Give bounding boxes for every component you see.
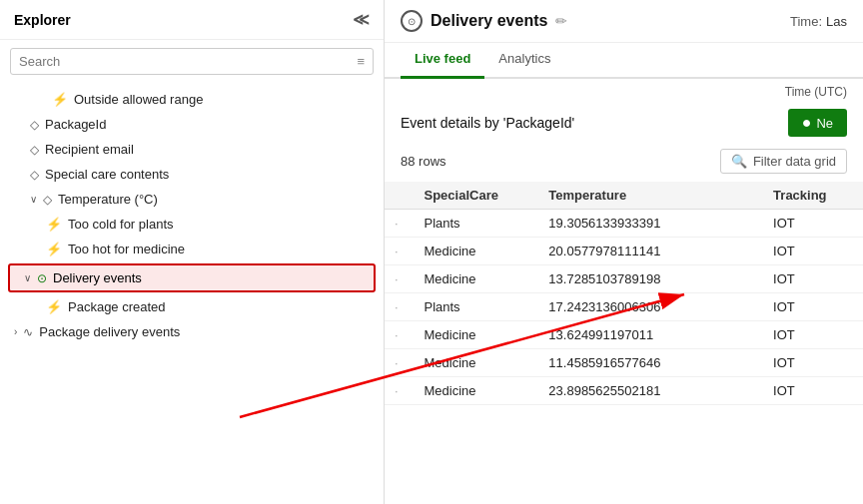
- cell-dot: ·: [385, 321, 414, 349]
- tree-item-delivery-events[interactable]: ∨ ⊙ Delivery events: [8, 263, 376, 292]
- tree-item-package-delivery[interactable]: › ∿ Package delivery events: [0, 319, 384, 344]
- bolt-icon: ⚡: [52, 92, 68, 107]
- table-row: · Plants 19.3056133933391 IOT: [385, 210, 863, 238]
- edit-icon[interactable]: ✏: [555, 13, 567, 29]
- cell-dot: ·: [385, 349, 414, 377]
- event-details-bar: Event details by 'PackageId' ● Ne: [385, 101, 863, 145]
- tree-item-label: Special care contents: [45, 167, 169, 182]
- col-header-temperature[interactable]: Temperature: [538, 182, 763, 210]
- rows-bar: 88 rows 🔍 Filter data grid: [385, 145, 863, 182]
- tree-item-label: Temperature (°C): [58, 192, 158, 207]
- tree-item-label: Delivery events: [53, 270, 142, 285]
- bolt-icon: ⚡: [46, 299, 62, 314]
- tree-item-recipient-email[interactable]: ◇ Recipient email: [0, 137, 384, 162]
- cell-temperature: 13.624991197011: [538, 321, 763, 349]
- search-bar: ≡: [10, 48, 374, 75]
- table-row: · Medicine 13.624991197011 IOT: [385, 321, 863, 349]
- tree-item-packageid[interactable]: ◇ PackageId: [0, 112, 384, 137]
- cell-tracking: IOT: [763, 210, 863, 238]
- cell-dot: ·: [385, 238, 414, 265]
- tree-item-label: Package delivery events: [39, 324, 180, 339]
- table-row: · Plants 17.2423136006306 IOT: [385, 293, 863, 321]
- cell-temperature: 13.7285103789198: [538, 265, 763, 293]
- cell-tracking: IOT: [763, 265, 863, 293]
- bolt-icon: ⚡: [46, 242, 62, 256]
- cell-dot: ·: [385, 210, 414, 238]
- tree-item-label: PackageId: [45, 117, 106, 132]
- search-icon: 🔍: [731, 154, 747, 169]
- time-section: Time: Las: [790, 14, 847, 29]
- page-title: Delivery events: [431, 12, 547, 30]
- collapse-icon[interactable]: ≪: [353, 10, 370, 29]
- bolt-icon: ⚡: [46, 217, 62, 232]
- content-area: Time (UTC) Event details by 'PackageId' …: [385, 79, 863, 504]
- tree-item-label: Outside allowed range: [74, 92, 203, 107]
- new-button[interactable]: ● Ne: [788, 109, 847, 137]
- tree-item-label: Too hot for medicine: [68, 242, 185, 256]
- time-utc-label: Time (UTC): [385, 79, 863, 101]
- tree-area: ⚡ Outside allowed range ◇ PackageId ◇ Re…: [0, 83, 384, 504]
- cell-specialcare: Medicine: [414, 265, 538, 293]
- search-input[interactable]: [19, 54, 357, 69]
- tag-icon: ◇: [30, 118, 39, 132]
- plus-icon: ●: [802, 114, 812, 132]
- explorer-header: Explorer ≪: [0, 0, 384, 40]
- cell-temperature: 23.8985625502181: [538, 377, 763, 405]
- tree-item-package-created[interactable]: ⚡ Package created: [0, 294, 384, 319]
- cell-tracking: IOT: [763, 349, 863, 377]
- rows-count: 88 rows: [401, 154, 446, 169]
- tree-item-temperature-group[interactable]: ∨ ◇ Temperature (°C): [0, 187, 384, 212]
- chevron-down-icon: ∨: [24, 272, 31, 283]
- tree-item-label: Package created: [68, 299, 166, 314]
- cell-dot: ·: [385, 293, 414, 321]
- filter-bar[interactable]: 🔍 Filter data grid: [720, 149, 847, 174]
- tab-live-feed[interactable]: Live feed: [401, 43, 484, 79]
- filter-icon[interactable]: ≡: [357, 54, 365, 69]
- tree-item-too-cold[interactable]: ⚡ Too cold for plants: [0, 212, 384, 237]
- right-header: ⊙ Delivery events ✏ Time: Las: [385, 0, 863, 43]
- table-header-row: SpecialCare Temperature Tracking: [385, 182, 863, 210]
- cell-specialcare: Plants: [414, 293, 538, 321]
- left-panel: Explorer ≪ ≡ ⚡ Outside allowed range ◇ P…: [0, 0, 385, 504]
- table-row: · Medicine 23.8985625502181 IOT: [385, 377, 863, 405]
- event-details-title: Event details by 'PackageId': [401, 115, 574, 131]
- col-header-specialcare[interactable]: SpecialCare: [414, 182, 538, 210]
- cell-specialcare: Medicine: [414, 238, 538, 265]
- table-row: · Medicine 11.4585916577646 IOT: [385, 349, 863, 377]
- chevron-right-icon: ›: [14, 326, 17, 337]
- cell-temperature: 17.2423136006306: [538, 293, 763, 321]
- tabs-bar: Live feed Analytics: [385, 43, 863, 79]
- col-header-tracking[interactable]: Tracking: [763, 182, 863, 210]
- email-icon: ◇: [30, 143, 39, 157]
- chevron-down-icon: ∨: [30, 194, 37, 205]
- cell-temperature: 20.0577978111141: [538, 238, 763, 265]
- table-row: · Medicine 20.0577978111141 IOT: [385, 238, 863, 265]
- cell-temperature: 19.3056133933391: [538, 210, 763, 238]
- cell-tracking: IOT: [763, 293, 863, 321]
- data-table: SpecialCare Temperature Tracking · Plant…: [385, 182, 863, 504]
- cell-specialcare: Medicine: [414, 377, 538, 405]
- tree-item-label: Too cold for plants: [68, 217, 174, 232]
- delivery-events-icon: ⊙: [401, 10, 423, 32]
- cell-specialcare: Medicine: [414, 349, 538, 377]
- cell-dot: ·: [385, 265, 414, 293]
- new-button-label: Ne: [816, 116, 833, 131]
- header-left: ⊙ Delivery events ✏: [401, 10, 567, 32]
- tab-analytics[interactable]: Analytics: [484, 43, 564, 79]
- cell-tracking: IOT: [763, 377, 863, 405]
- wavy-icon: ∿: [23, 325, 33, 339]
- tree-item-too-hot[interactable]: ⚡ Too hot for medicine: [0, 237, 384, 261]
- cell-dot: ·: [385, 377, 414, 405]
- table-row: · Medicine 13.7285103789198 IOT: [385, 265, 863, 293]
- col-header-dot: [385, 182, 414, 210]
- shield-icon: ◇: [30, 168, 39, 182]
- cell-specialcare: Plants: [414, 210, 538, 238]
- time-label: Time:: [790, 14, 822, 29]
- cell-tracking: IOT: [763, 238, 863, 265]
- time-value: Las: [826, 14, 847, 29]
- tree-item-outside-allowed[interactable]: ⚡ Outside allowed range: [0, 87, 384, 112]
- tree-item-special-care[interactable]: ◇ Special care contents: [0, 162, 384, 187]
- circle-icon: ⊙: [37, 271, 47, 285]
- thermo-icon: ◇: [43, 193, 52, 207]
- explorer-title: Explorer: [14, 12, 71, 28]
